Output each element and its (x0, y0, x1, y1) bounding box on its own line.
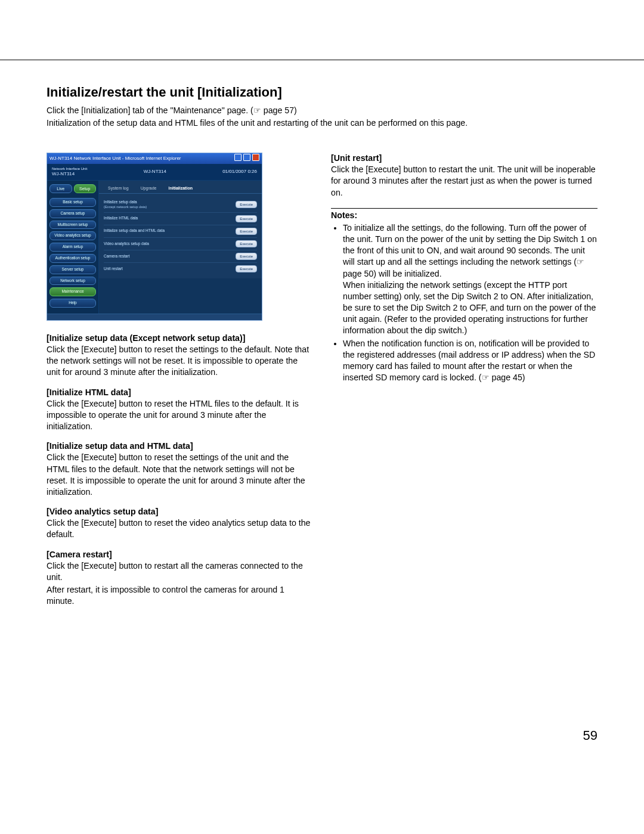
section-body: Click the [Execute] button to reset the … (47, 452, 313, 498)
table-row: Initialize HTML data Execute (104, 213, 257, 225)
row-label: Unit restart (104, 266, 123, 271)
header-model: WJ-NT314 (144, 169, 166, 175)
row-label: Camera restart (104, 254, 129, 258)
minimize-icon[interactable] (234, 154, 242, 161)
sidebar-item-video-analytics-setup[interactable]: Video analytics setup (49, 231, 96, 240)
tab-live[interactable]: Live (49, 184, 72, 193)
note-item: To initialize all the settings, do the f… (343, 222, 597, 337)
note-text: To initialize all the settings, do the f… (343, 223, 597, 278)
sidebar-item-server-setup[interactable]: Server setup (49, 265, 96, 274)
tab-initialization[interactable]: Initialization (165, 184, 195, 192)
section-head-init-html-data: [Initialize HTML data] (47, 387, 313, 398)
section-head-video-analytics: [Video analytics setup data] (47, 506, 313, 517)
table-row: Unit restart Execute (104, 263, 257, 275)
window-controls (234, 154, 259, 163)
section-body: Click the [Execute] button to reset the … (47, 398, 313, 433)
tab-setup[interactable]: Setup (74, 184, 97, 193)
row-label: Initialize setup data (104, 200, 137, 204)
execute-button[interactable]: Execute (236, 201, 257, 208)
intro-line-1: Click the [Initialization] tab of the "M… (47, 105, 597, 116)
divider (331, 208, 597, 209)
sidebar-item-basic-setup[interactable]: Basic setup (49, 198, 96, 207)
brand-model: WJ-NT314 (52, 171, 75, 176)
embedded-screenshot: WJ-NT314 Network Interface Unit - Micros… (47, 153, 262, 321)
tab-system-log[interactable]: System log (105, 184, 132, 192)
sidebar-item-maintenance[interactable]: Maintenance (49, 287, 96, 296)
status-bar (47, 314, 262, 320)
execute-button[interactable]: Execute (236, 240, 257, 247)
maximize-icon[interactable] (243, 154, 250, 161)
section-head-unit-restart: [Unit restart] (331, 153, 597, 164)
header-date: 01/01/2007 0:26 (222, 169, 257, 175)
table-row: Video analytics setup data Execute (104, 238, 257, 250)
close-icon[interactable] (252, 154, 259, 161)
section-body: After restart, it is impossible to contr… (47, 584, 313, 607)
sidebar-item-multiscreen-setup[interactable]: Multiscreen setup (49, 221, 96, 230)
brand-top: Network Interface Unit (52, 166, 87, 171)
note-text: When initializing the network settings (… (343, 280, 596, 336)
execute-button[interactable]: Execute (236, 215, 257, 222)
horizontal-rule (0, 60, 644, 60)
section-head-camera-restart: [Camera restart] (47, 549, 313, 560)
note-text: When the notification function is on, no… (343, 339, 595, 383)
window-title: WJ-NT314 Network Interface Unit - Micros… (49, 156, 181, 162)
table-row: Initialize setup data and HTML data Exec… (104, 225, 257, 238)
intro-line-2: Initialization of the setup data and HTM… (47, 117, 597, 129)
section-body: Click the [Execute] button to restart al… (47, 560, 313, 583)
sidebar-item-help[interactable]: Help (49, 299, 96, 308)
note-item: When the notification function is on, no… (343, 338, 597, 384)
sidebar-item-alarm-setup[interactable]: Alarm setup (49, 243, 96, 252)
section-body: Click the [Execute] button to reset the … (47, 517, 313, 540)
section-body: Click the [Execute] button to reset the … (47, 344, 313, 379)
sidebar-item-network-setup[interactable]: Network setup (49, 277, 96, 286)
row-sublabel: (Except network setup data) (104, 205, 236, 210)
row-label: Video analytics setup data (104, 241, 149, 246)
section-body: Click the [Execute] button to restart th… (331, 164, 597, 199)
sidebar-item-camera-setup[interactable]: Camera setup (49, 209, 96, 218)
execute-button[interactable]: Execute (236, 265, 257, 272)
section-head-init-setup-and-html: [Initialize setup data and HTML data] (47, 441, 313, 452)
row-label: Initialize setup data and HTML data (104, 228, 165, 232)
page-title: Initialize/restart the unit [Initializat… (47, 0, 597, 101)
sidebar-item-authentication-setup[interactable]: Authentication setup (49, 254, 96, 263)
table-row: Initialize setup data (Except network se… (104, 197, 257, 213)
execute-button[interactable]: Execute (236, 253, 257, 260)
table-row: Camera restart Execute (104, 250, 257, 263)
notes-label: Notes: (331, 210, 597, 221)
page-number: 59 (583, 727, 597, 745)
tab-upgrade[interactable]: Upgrade (138, 184, 160, 192)
execute-button[interactable]: Execute (236, 228, 257, 235)
section-head-init-setup-data: [Initialize setup data (Except network s… (47, 333, 313, 344)
row-label: Initialize HTML data (104, 216, 138, 220)
